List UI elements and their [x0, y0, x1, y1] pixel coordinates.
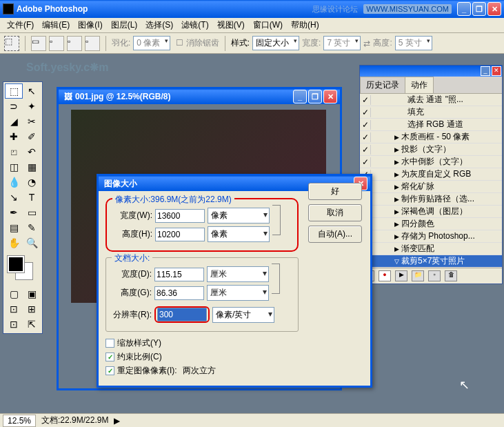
menu-layer[interactable]: 图层(L): [107, 18, 142, 32]
quickmask-off[interactable]: ▢: [5, 286, 23, 301]
menu-help[interactable]: 帮助(H): [287, 18, 323, 32]
action-row[interactable]: ✓▶四分颜色: [360, 218, 502, 230]
quickmask-on[interactable]: ▣: [23, 286, 41, 301]
resample-check[interactable]: ✓重定图像像素(I): 两次立方: [105, 365, 363, 377]
path-tool[interactable]: ↘: [5, 190, 23, 205]
width-input[interactable]: 7 英寸: [323, 36, 361, 50]
minimize-button[interactable]: _: [457, 2, 471, 16]
action-row[interactable]: ✓减去 通道 "照...: [360, 94, 502, 106]
panel-min[interactable]: _: [481, 66, 490, 76]
dw-label: 宽度(D):: [112, 268, 152, 280]
fg-color[interactable]: [8, 256, 24, 272]
tool-preset[interactable]: ⬚: [4, 36, 19, 51]
action-row[interactable]: ✓▶为灰度自定义 RGB: [360, 168, 502, 181]
dodge-tool[interactable]: ◔: [23, 175, 41, 190]
marquee-tool[interactable]: ⬚: [5, 83, 23, 99]
doc-maximize[interactable]: ❐: [308, 90, 322, 103]
new-set-button[interactable]: 📁: [412, 270, 424, 281]
maximize-button[interactable]: ❐: [472, 2, 486, 16]
close-button[interactable]: ✕: [487, 2, 501, 16]
record-button[interactable]: [379, 270, 391, 281]
screen-std[interactable]: ⊡: [5, 301, 23, 317]
ph-unit[interactable]: 像素: [208, 226, 270, 242]
blur-tool[interactable]: 💧: [5, 175, 23, 190]
pw-unit[interactable]: 像素: [208, 208, 270, 224]
feather-input[interactable]: 0 像素: [133, 36, 170, 50]
panel-close[interactable]: ✕: [492, 66, 501, 76]
action-row[interactable]: ✓选择 RGB 通道: [360, 119, 502, 131]
menu-filter[interactable]: 滤镜(T): [177, 18, 212, 32]
sub-selection[interactable]: ▫: [67, 36, 82, 51]
menu-edit[interactable]: 编辑(E): [38, 18, 74, 32]
dw-input[interactable]: [154, 268, 204, 281]
dh-input[interactable]: [154, 286, 204, 300]
action-row[interactable]: ✓▶制作剪贴路径（选...: [360, 193, 502, 206]
lasso-tool[interactable]: ⊃: [5, 99, 23, 114]
action-row[interactable]: ✓填充: [360, 106, 502, 119]
action-row[interactable]: ✓▶木质画框 - 50 像素: [360, 131, 502, 143]
res-input[interactable]: [157, 308, 207, 321]
link-icon2: [272, 264, 280, 294]
shape-tool[interactable]: ▭: [23, 205, 41, 220]
hand-tool[interactable]: ✋: [5, 235, 23, 250]
menu-file[interactable]: 文件(F): [3, 18, 38, 32]
gradient-tool[interactable]: ▦: [23, 159, 41, 175]
trash-button[interactable]: 🗑: [445, 270, 457, 281]
zoom-tool[interactable]: 🔍: [23, 235, 41, 250]
action-row[interactable]: ✓▽裁剪5×7英寸照片: [360, 255, 502, 268]
dialog-title: 图像大小: [104, 178, 137, 190]
menu-image[interactable]: 图像(I): [74, 18, 106, 32]
new-action-button[interactable]: ▫: [428, 270, 441, 281]
intersect-selection[interactable]: ▫: [85, 36, 100, 51]
swap-icon[interactable]: ⇄: [363, 39, 370, 48]
screen-full[interactable]: ⊡: [5, 317, 23, 332]
tab-history[interactable]: 历史记录: [360, 77, 405, 93]
move-tool[interactable]: ↖: [23, 83, 41, 99]
doc-minimize[interactable]: _: [293, 90, 307, 103]
dh-unit[interactable]: 厘米: [207, 285, 269, 301]
action-row[interactable]: ✓▶投影（文字）: [360, 143, 502, 156]
menu-window[interactable]: 窗口(W): [249, 18, 287, 32]
eraser-tool[interactable]: ◫: [5, 159, 23, 175]
crop-tool[interactable]: ◢: [5, 114, 23, 129]
cancel-button[interactable]: 取消: [308, 204, 362, 221]
res-unit[interactable]: 像素/英寸: [212, 307, 274, 323]
action-row[interactable]: ✓▶存储为 Photoshop...: [360, 230, 502, 243]
auto-button[interactable]: 自动(A)...: [308, 226, 362, 243]
doc-close[interactable]: ✕: [323, 90, 337, 103]
stamp-tool[interactable]: ⏍: [5, 144, 23, 159]
eyedropper[interactable]: ✎: [23, 220, 41, 235]
action-row[interactable]: ✓▶深褐色调（图层）: [360, 206, 502, 218]
play-button[interactable]: ▶: [395, 270, 407, 281]
tab-actions[interactable]: 动作: [405, 77, 434, 93]
new-selection[interactable]: ▭: [31, 36, 46, 51]
dw-unit[interactable]: 厘米: [207, 266, 269, 282]
menu-bar: 文件(F) 编辑(E) 图像(I) 图层(L) 选择(S) 滤镜(T) 视图(V…: [0, 18, 504, 33]
brush-tool[interactable]: ✐: [23, 129, 41, 144]
notes-tool[interactable]: ▤: [5, 220, 23, 235]
pw-input[interactable]: [155, 209, 205, 223]
scale-styles-check[interactable]: 缩放样式(Y): [105, 337, 363, 349]
action-row[interactable]: ✓▶水中倒影（文字）: [360, 156, 502, 168]
heal-tool[interactable]: ✚: [5, 129, 23, 144]
action-row[interactable]: ✓▶渐变匹配: [360, 243, 502, 255]
ok-button[interactable]: 好: [308, 183, 362, 200]
wand-tool[interactable]: ✦: [23, 99, 41, 114]
status-arrow[interactable]: ▶: [114, 416, 120, 426]
height-input[interactable]: 5 英寸: [395, 36, 432, 50]
action-row[interactable]: ✓▶熔化矿脉: [360, 181, 502, 193]
history-brush[interactable]: ↶: [23, 144, 41, 159]
slice-tool[interactable]: ✂: [23, 114, 41, 129]
constrain-check[interactable]: ✓约束比例(C): [105, 351, 363, 363]
screen-full-menu[interactable]: ⊞: [23, 301, 41, 317]
style-select[interactable]: 固定大小: [252, 36, 299, 50]
menu-select[interactable]: 选择(S): [141, 18, 177, 32]
menu-view[interactable]: 视图(V): [213, 18, 249, 32]
zoom-level[interactable]: 12.5%: [3, 415, 36, 427]
pen-tool[interactable]: ✒: [5, 205, 23, 220]
ph-input[interactable]: [155, 228, 205, 241]
type-tool[interactable]: T: [23, 190, 41, 205]
jump-to[interactable]: ⇱: [23, 317, 41, 332]
resample-select[interactable]: 两次立方: [183, 365, 265, 377]
add-selection[interactable]: ▫: [49, 36, 64, 51]
